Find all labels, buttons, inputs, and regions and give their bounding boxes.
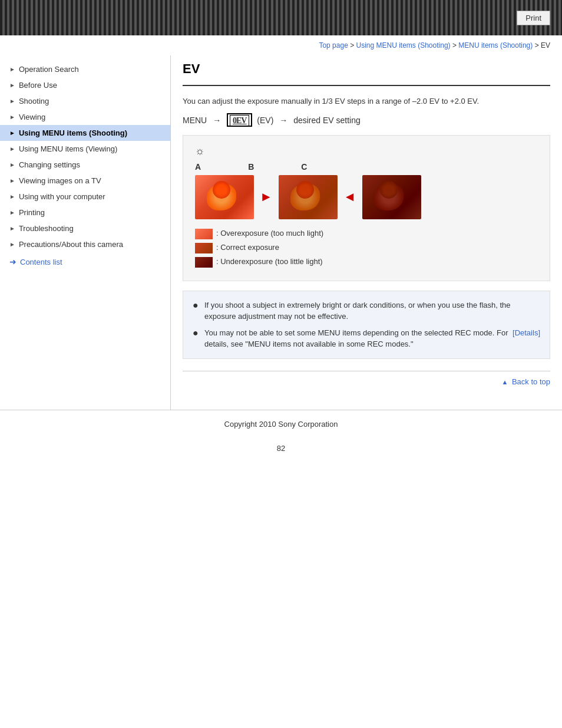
sidebar: ► Operation Search ► Before Use ► Shooti… (0, 55, 171, 410)
sidebar-label-precautions: Precautions/About this camera (19, 240, 123, 249)
sidebar-item-printing[interactable]: ► Printing (0, 205, 170, 220)
page-header: Print (0, 0, 562, 35)
bullet-icon-2: ● (193, 327, 201, 340)
copyright-text: Copyright 2010 Sony Corporation (224, 420, 338, 429)
sidebar-item-using-menu-viewing[interactable]: ► Using MENU items (Viewing) (0, 141, 170, 157)
back-to-top-row: ▲ Back to top (183, 371, 550, 392)
arrow-icon: ► (9, 98, 15, 104)
menu-desired: desired EV setting (293, 116, 361, 125)
contents-list-link[interactable]: ➜ Contents list (0, 252, 170, 271)
menu-label: MENU (183, 116, 207, 125)
note-item-1: ● If you shoot a subject in extremely br… (193, 299, 540, 322)
content-area: EV You can adjust the exposure manually … (171, 55, 562, 410)
sidebar-label-before-use: Before Use (19, 81, 57, 90)
exposure-labels: : Overexposure (too much light) : Correc… (195, 229, 538, 268)
arrow-icon: ► (9, 209, 15, 216)
page-number: 82 (0, 438, 562, 459)
arrow-icon: ► (9, 114, 15, 120)
details-link[interactable]: [Details] (513, 327, 540, 339)
breadcrumb-menu-items-shooting[interactable]: MENU items (Shooting) (458, 41, 533, 50)
lightbulb-icon: ☼ (195, 145, 538, 157)
breadcrumb: Top page > Using MENU items (Shooting) >… (0, 35, 562, 55)
exposure-text-c: : Underexposure (too little light) (216, 257, 323, 266)
page-number-value: 82 (277, 444, 285, 453)
notes-box: ● If you shoot a subject in extremely br… (183, 291, 550, 359)
arrow-icon: ► (9, 162, 15, 168)
arrow-icon: ► (9, 130, 15, 136)
contents-list-label: Contents list (20, 258, 62, 266)
arrow-icon: ► (9, 82, 15, 88)
exposure-text-a: : Overexposure (too much light) (216, 229, 323, 238)
sidebar-label-viewing-tv: Viewing images on a TV (19, 176, 101, 185)
color-swatch-c (195, 257, 213, 268)
sidebar-item-viewing-tv[interactable]: ► Viewing images on a TV (0, 173, 170, 189)
arrow-icon: ► (9, 66, 15, 73)
image-labels-row: A B C (195, 162, 538, 172)
image-row: ► ◄ (195, 175, 538, 219)
ev-label-text: (EV) (257, 116, 273, 125)
arrow-right-icon: ► (260, 189, 273, 205)
arrow-icon: ► (9, 193, 15, 200)
exposure-label-a: : Overexposure (too much light) (195, 229, 538, 239)
breadcrumb-ev: EV (541, 41, 550, 50)
sidebar-item-changing-settings[interactable]: ► Changing settings (0, 157, 170, 173)
back-to-top-link[interactable]: ▲ Back to top (501, 377, 550, 386)
sidebar-item-using-menu-shooting[interactable]: ► Using MENU items (Shooting) (0, 125, 170, 141)
sidebar-label-troubleshooting: Troubleshooting (19, 224, 74, 233)
color-swatch-a (195, 229, 213, 239)
sidebar-item-operation-search[interactable]: ► Operation Search (0, 61, 170, 77)
photo-a (195, 175, 254, 219)
image-label-b: B (248, 162, 254, 172)
image-label-a: A (195, 162, 201, 172)
page-title-section: EV (183, 61, 550, 86)
sidebar-label-using-menu-viewing: Using MENU items (Viewing) (19, 144, 117, 153)
arrow-icon: ► (9, 177, 15, 184)
note-item-2: ● You may not be able to set some MENU i… (193, 327, 540, 350)
demo-box: ☼ A B C ► (183, 135, 550, 281)
sidebar-item-viewing[interactable]: ► Viewing (0, 109, 170, 125)
menu-path: MENU → 0EV (EV) → desired EV setting (183, 115, 550, 126)
arrow-icon: ► (9, 146, 15, 152)
print-button[interactable]: Print (517, 11, 550, 25)
sidebar-label-using-computer: Using with your computer (19, 192, 105, 201)
bullet-icon-1: ● (193, 299, 201, 312)
sidebar-label-changing-settings: Changing settings (19, 160, 80, 169)
exposure-text-b: : Correct exposure (216, 243, 279, 252)
image-label-c: C (301, 162, 307, 172)
exposure-label-b: : Correct exposure (195, 243, 538, 253)
menu-arrow-1: → (213, 116, 221, 125)
photo-c (362, 175, 421, 219)
photo-b (279, 175, 338, 219)
main-layout: ► Operation Search ► Before Use ► Shooti… (0, 55, 562, 410)
sidebar-label-using-menu-shooting: Using MENU items (Shooting) (19, 129, 127, 137)
note-text-2: You may not be able to set some MENU ite… (204, 327, 513, 350)
note-text-1: If you shoot a subject in extremely brig… (204, 299, 540, 322)
contents-list-arrow-icon: ➜ (9, 257, 16, 266)
sidebar-label-shooting: Shooting (19, 97, 49, 106)
sidebar-item-precautions[interactable]: ► Precautions/About this camera (0, 236, 170, 252)
arrow-icon: ► (9, 241, 15, 248)
breadcrumb-using-menu-shooting[interactable]: Using MENU items (Shooting) (356, 41, 451, 50)
arrow-left-icon: ◄ (343, 189, 356, 205)
color-swatch-b (195, 243, 213, 253)
breadcrumb-top[interactable]: Top page (319, 41, 348, 50)
page-title: EV (183, 61, 550, 77)
sidebar-label-viewing: Viewing (19, 113, 45, 121)
sidebar-item-troubleshooting[interactable]: ► Troubleshooting (0, 220, 170, 236)
footer: Copyright 2010 Sony Corporation (0, 410, 562, 438)
description-text: You can adjust the exposure manually in … (183, 95, 550, 108)
back-to-top-triangle-icon: ▲ (501, 378, 508, 386)
ev-symbol: 0EV (227, 113, 252, 127)
exposure-label-c: : Underexposure (too little light) (195, 257, 538, 268)
sidebar-item-using-computer[interactable]: ► Using with your computer (0, 189, 170, 205)
sidebar-item-before-use[interactable]: ► Before Use (0, 77, 170, 93)
menu-arrow-2: → (279, 116, 287, 125)
sidebar-item-shooting[interactable]: ► Shooting (0, 93, 170, 109)
arrow-icon: ► (9, 225, 15, 232)
sidebar-label-operation-search: Operation Search (19, 65, 79, 74)
back-to-top-label: Back to top (512, 377, 550, 386)
sidebar-label-printing: Printing (19, 208, 45, 217)
